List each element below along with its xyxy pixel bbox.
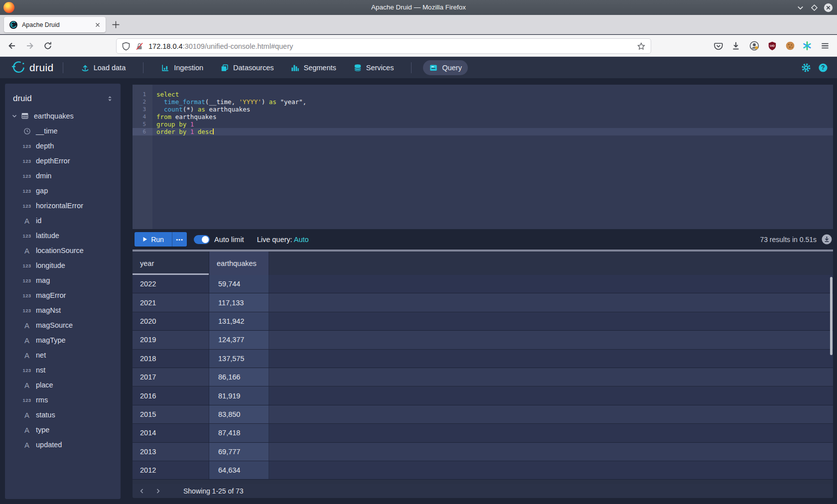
nav-item-label: Services [366,64,394,72]
browser-tab[interactable]: Apache Druid [4,17,106,32]
tree-item-column-dmin[interactable]: 123dmin [5,168,121,183]
back-icon[interactable] [7,41,17,51]
run-more-button[interactable]: ••• [172,232,187,247]
nav-item-datasources[interactable]: Datasources [214,60,279,75]
tree-item-column-status[interactable]: Astatus [5,407,121,422]
tree-item-column-updated[interactable]: Aupdated [5,437,121,452]
download-results-icon[interactable] [822,234,832,245]
tree-item-column-net[interactable]: Anet [5,348,121,363]
menu-hamburger-icon[interactable] [820,41,830,51]
play-icon [142,237,147,242]
tree-column-label: updated [36,441,62,449]
tree-item-column-magError[interactable]: 123magError [5,288,121,303]
table-row[interactable]: 201264,634 [133,461,833,480]
tree-item-column-latitude[interactable]: 123latitude [5,228,121,243]
table-scrollbar[interactable] [830,277,833,355]
editor-line-3[interactable]: 3 count(*) as earthquakes [133,106,833,113]
window-close-icon[interactable] [824,3,833,12]
tree-item-column-place[interactable]: Aplace [5,378,121,392]
tree-item-column-magType[interactable]: AmagType [5,333,121,348]
table-row[interactable]: 201681,919 [133,386,833,405]
cookie-icon[interactable] [785,41,795,51]
tree-item-column-horizontalError[interactable]: 123horizontalError [5,198,121,213]
prev-page-button[interactable] [136,486,148,497]
tree-item-column-magSource[interactable]: AmagSource [5,318,121,333]
number-type-icon: 123 [22,368,32,373]
nav-item-query[interactable]: Query [423,60,468,75]
column-header-year[interactable]: year [133,252,209,275]
live-query-label: Live query: Auto [257,236,309,244]
next-page-button[interactable] [151,486,164,497]
nav-item-label: Segments [303,64,336,72]
editor-line-1[interactable]: 1select [133,91,833,98]
tree-item-column-type[interactable]: Atype [5,422,121,437]
string-type-icon: A [22,247,32,255]
line-code: from earthquakes [152,113,216,121]
editor-line-5[interactable]: 5group by 1 [133,121,833,128]
forward-icon[interactable] [25,41,35,51]
tree-column-label: latitude [36,232,59,240]
url-bar[interactable]: 172.18.0.4:30109/unified-console.html#qu… [116,38,651,54]
tree-item-column-gap[interactable]: 123gap [5,183,121,198]
druid-logo[interactable]: druid [11,61,54,75]
nav-item-services[interactable]: Services [347,60,400,75]
nav-item-segments[interactable]: Segments [284,60,342,75]
cell-year: 2022 [133,275,209,293]
window-maximize-icon[interactable] [810,3,819,12]
sql-editor[interactable]: 1select2 time_format(__time, 'YYYY') as … [133,85,833,229]
tree-item-column-id[interactable]: Aid [5,213,121,228]
nav-item-ingestion[interactable]: Ingestion [155,60,209,75]
tree-item-column-mag[interactable]: 123mag [5,273,121,288]
downloads-icon[interactable] [731,41,741,51]
insecure-lock-icon[interactable] [135,42,144,51]
table-row[interactable]: 2021117,133 [133,293,833,312]
schema-tree: earthquakes__time123depth123depthError12… [5,107,121,452]
table-row[interactable]: 2020131,942 [133,312,833,331]
bookmark-star-icon[interactable] [637,42,646,51]
settings-gear-icon[interactable] [801,63,811,73]
editor-line-4[interactable]: 4from earthquakes [133,113,833,121]
tree-item-table-earthquakes[interactable]: earthquakes [5,109,121,124]
table-row[interactable]: 201487,418 [133,424,833,442]
table-row[interactable]: 202259,744 [133,275,833,293]
string-type-icon: A [22,217,32,225]
table-row[interactable]: 201786,166 [133,368,833,386]
tree-item-column-magNst[interactable]: 123magNst [5,303,121,318]
schema-sidebar: druid earthquakes__time123depth123depthE… [5,84,121,499]
account-icon[interactable] [749,41,759,51]
live-query-value[interactable]: Auto [294,236,309,244]
ublock-icon[interactable]: UO [767,41,777,51]
tree-item-column-__time[interactable]: __time [5,124,121,138]
table-row[interactable]: 2018137,575 [133,350,833,368]
sort-carets-icon[interactable] [106,95,114,103]
window-minimize-icon[interactable] [796,3,805,12]
tree-item-column-depth[interactable]: 123depth [5,138,121,153]
tab-close-icon[interactable] [94,21,102,29]
table-row[interactable]: 2019124,377 [133,331,833,349]
tree-item-column-longitude[interactable]: 123longitude [5,258,121,273]
help-icon[interactable]: ? [818,63,828,73]
number-type-icon: 123 [22,143,32,149]
table-row[interactable]: 201369,777 [133,443,833,461]
new-tab-button[interactable] [112,20,120,29]
tree-item-column-depthError[interactable]: 123depthError [5,153,121,168]
editor-line-2[interactable]: 2 time_format(__time, 'YYYY') as "year", [133,98,833,106]
tree-item-column-locationSource[interactable]: AlocationSource [5,243,121,258]
cell-year: 2018 [133,350,209,368]
auto-limit-toggle[interactable] [194,235,210,244]
tree-item-column-nst[interactable]: 123nst [5,363,121,378]
nav-item-load-data[interactable]: Load data [75,60,132,75]
cell-year: 2017 [133,368,209,386]
chevron-down-icon[interactable] [11,113,18,120]
run-button[interactable]: Run [135,232,172,247]
column-header-earthquakes[interactable]: earthquakes [209,252,269,275]
extension-asterisk-icon[interactable] [802,41,812,51]
tracking-shield-icon[interactable] [122,42,131,51]
table-row[interactable]: 201583,850 [133,405,833,424]
editor-line-6[interactable]: 6order by 1 desc [133,128,833,135]
reload-icon[interactable] [43,41,53,51]
tree-item-column-rms[interactable]: 123rms [5,392,121,407]
pocket-icon[interactable] [713,41,723,51]
url-text[interactable]: 172.18.0.4:30109/unified-console.html#qu… [148,42,633,50]
results-table: year earthquakes 202259,7442021117,13320… [133,252,833,484]
